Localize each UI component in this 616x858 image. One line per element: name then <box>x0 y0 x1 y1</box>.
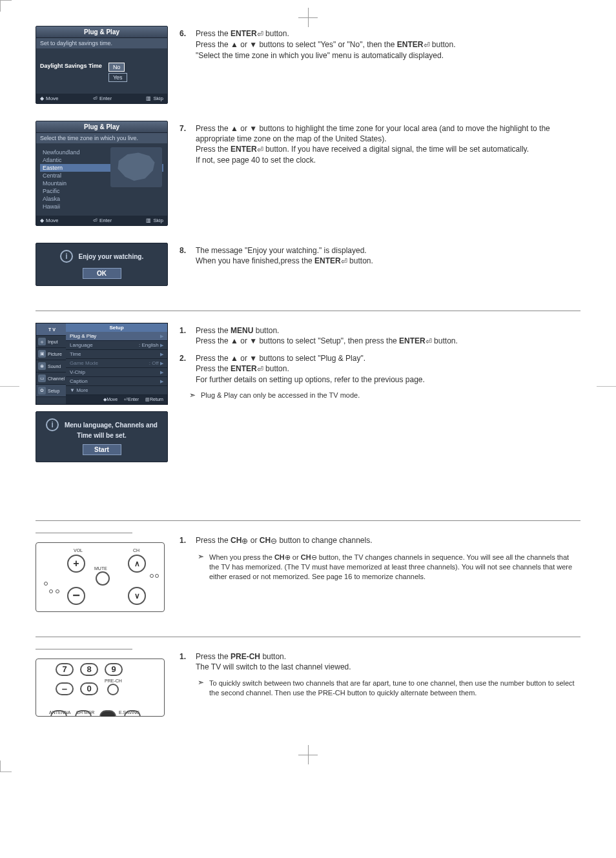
ch-up-icon: ⊕ <box>285 553 291 562</box>
s4-step-1: 1. Press the PRE-CH button. The TV will … <box>180 651 580 672</box>
ch-up[interactable]: ∧ <box>128 555 146 573</box>
step-6: 6. Press the ENTER⏎ button. Press the ▲ … <box>180 28 580 61</box>
ch-down[interactable]: ∨ <box>128 587 146 605</box>
vol-down[interactable]: − <box>67 587 85 605</box>
option-yes[interactable]: Yes <box>108 73 127 82</box>
footer-move: ◆Move <box>40 218 59 223</box>
s3-step-1: 1. Press the CH ⊕ or CH ⊖ button to chan… <box>180 535 580 546</box>
ok-button[interactable]: OK <box>83 268 121 279</box>
dash-button[interactable]: – <box>56 682 74 695</box>
enter-icon: ⏎ <box>257 29 263 39</box>
footer-skip: ▥Skip <box>146 96 163 101</box>
footer-enter: ⏎Enter <box>124 397 139 402</box>
s2-step-1: 1. Press the MENU button. Press the ▲ or… <box>180 325 580 347</box>
mi-vchip[interactable]: V-Chip▶ <box>66 368 167 377</box>
mi-language[interactable]: Language: English ▶ <box>66 341 167 350</box>
picture-icon: ▣ <box>38 350 46 358</box>
mi-gamemode[interactable]: Game Mode: Off ▶ <box>66 359 167 368</box>
remote-numbers: 7 8 9 – 0 PRE-CH ANTENNA CH MGR CH E.SAV… <box>36 659 165 717</box>
ch-down-icon: ⊖ <box>311 553 317 562</box>
enter-icon: ⏎ <box>424 40 430 50</box>
side-input[interactable]: ⎆Input <box>36 336 66 348</box>
mi-more[interactable]: ▼ More <box>66 386 167 395</box>
setup-menu: T V ⎆Input ▣Picture ◉Sound ▭Channel ✿Set… <box>36 323 168 405</box>
footer-skip: ▥Skip <box>146 218 163 223</box>
side-sound[interactable]: ◉Sound <box>36 360 66 373</box>
num-7[interactable]: 7 <box>56 663 74 676</box>
s2-step-2: 2. Press the ▲ or ▼ buttons to select "P… <box>180 353 580 385</box>
enter-icon: ⏎ <box>341 256 347 267</box>
sound-icon: ◉ <box>38 362 46 370</box>
info-icon: i <box>60 250 73 263</box>
side-channel[interactable]: ▭Channel <box>36 373 66 385</box>
note: ➣ To quickly switch between two channels… <box>198 679 580 698</box>
setup-icon: ✿ <box>38 387 46 394</box>
step-8: 8. The message "Enjoy your watching." is… <box>180 245 580 267</box>
ch-down-icon: ⊖ <box>271 536 277 546</box>
footer-move: ◆Move <box>103 397 118 402</box>
num-9[interactable]: 9 <box>105 663 123 676</box>
option-no[interactable]: No <box>108 63 125 72</box>
step-7: 7. Press the ▲ or ▼ buttons to highlight… <box>180 123 580 165</box>
mi-caption[interactable]: Caption▶ <box>66 377 167 386</box>
mute-button[interactable] <box>96 571 110 586</box>
vol-up[interactable]: + <box>67 555 85 573</box>
setup-header: Setup <box>66 323 167 332</box>
dst-label: Daylight Savings Time <box>40 63 102 69</box>
enter-icon: ⏎ <box>426 336 432 347</box>
note-icon: ➣ <box>198 679 204 698</box>
remote-vol-ch: VOL CH + − ∧ ∨ MUTE <box>36 542 165 612</box>
mi-time[interactable]: Time▶ <box>66 350 167 359</box>
side-picture[interactable]: ▣Picture <box>36 348 66 360</box>
note-icon: ➣ <box>189 391 196 399</box>
osd-timezone: Plug & Play Select the time zone in whic… <box>36 121 168 226</box>
mi-plugplay[interactable]: Plug & Play▶ <box>66 332 167 341</box>
enter-icon: ⏎ <box>257 364 263 374</box>
ch-btn-top <box>99 710 116 717</box>
osd-title: Plug & Play <box>36 26 167 38</box>
osd-subtitle: Select the time zone in which you live. <box>36 133 167 143</box>
input-icon: ⎆ <box>38 338 46 345</box>
note-icon: ➣ <box>198 553 204 582</box>
note: ➣ Plug & Play can only be accessed in th… <box>189 391 580 399</box>
ch-up-icon: ⊕ <box>241 536 248 546</box>
channel-icon: ▭ <box>38 374 46 382</box>
num-8[interactable]: 8 <box>80 663 98 676</box>
footer-enter: ⏎Enter <box>93 218 112 223</box>
osd-subtitle: Set to daylight savings time. <box>36 38 167 48</box>
chmgr-btn-top <box>75 710 92 717</box>
esaving-btn-top <box>124 710 141 717</box>
footer-return: ▥Return <box>145 397 163 402</box>
side-tv: T V <box>36 323 66 336</box>
enjoy-panel: i Enjoy your watching. OK <box>36 243 168 286</box>
osd-daylight: Plug & Play Set to daylight savings time… <box>36 26 168 104</box>
us-map-image <box>110 147 162 187</box>
footer-move: ◆Move <box>40 96 59 101</box>
antenna-btn-top <box>50 710 67 717</box>
footer-enter: ⏎Enter <box>93 96 112 101</box>
side-setup[interactable]: ✿Setup <box>36 385 66 397</box>
num-0[interactable]: 0 <box>80 682 98 695</box>
start-button[interactable]: Start <box>83 444 121 455</box>
enter-icon: ⏎ <box>257 145 263 155</box>
osd-title: Plug & Play <box>36 121 167 133</box>
info-panel: i Menu language, Channels and Time will … <box>36 411 168 462</box>
prech-button[interactable] <box>107 684 119 695</box>
note: ➣ When you press the CH ⊕ or CH ⊖ button… <box>198 553 580 582</box>
info-icon: i <box>46 418 59 431</box>
